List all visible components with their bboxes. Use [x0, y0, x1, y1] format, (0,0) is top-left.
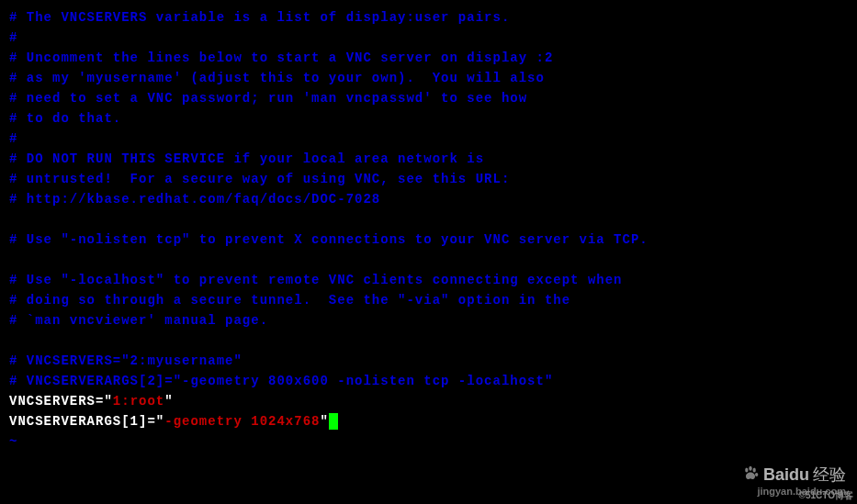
config-quote: ": [164, 394, 173, 409]
svg-point-2: [752, 468, 755, 473]
svg-point-0: [745, 468, 748, 473]
comment-line: # `man vncviewer' manual page.: [9, 310, 848, 330]
watermark-brand: Baidu: [763, 465, 809, 485]
comment-line: # Use "-nolisten tcp" to prevent X conne…: [9, 230, 848, 250]
comment-line: # The VNCSERVERS variable is a list of d…: [9, 7, 848, 28]
blank-line: [9, 330, 848, 351]
svg-point-1: [749, 466, 751, 471]
comment-line: # doing so through a secure tunnel. See …: [9, 290, 848, 310]
watermark-label: 经验: [813, 464, 846, 486]
comment-line: # VNCSERVERS="2:myusername": [9, 351, 848, 371]
blank-line: [9, 250, 848, 270]
comment-line: # VNCSERVERARGS[2]="-geometry 800x600 -n…: [9, 371, 848, 391]
comment-line: #: [9, 28, 848, 48]
svg-point-3: [755, 473, 758, 476]
config-key: VNCSERVERARGS[1]=": [9, 414, 164, 429]
terminal-editor[interactable]: # The VNCSERVERS variable is a list of d…: [9, 7, 848, 452]
vi-empty-line-tilde: ~: [9, 431, 848, 452]
paw-icon: [741, 465, 760, 484]
config-value: 1:root: [113, 394, 164, 409]
comment-line: # as my 'myusername' (adjust this to you…: [9, 68, 848, 88]
comment-line: # DO NOT RUN THIS SERVICE if your local …: [9, 149, 848, 169]
cursor-icon: [329, 413, 338, 430]
config-value: -geometry 1024x768: [164, 414, 320, 429]
blank-line: [9, 209, 848, 230]
config-quote: ": [320, 414, 328, 429]
comment-line: # need to set a VNC password; run 'man v…: [9, 88, 848, 108]
comment-line: # http://kbase.redhat.com/faq/docs/DOC-7…: [9, 189, 848, 209]
config-vncserverargs: VNCSERVERARGS[1]="-geometry 1024x768": [9, 411, 848, 431]
comment-line: #: [9, 129, 848, 149]
comment-line: # Uncomment the lines below to start a V…: [9, 48, 848, 68]
comment-line: # Use "-localhost" to prevent remote VNC…: [9, 270, 848, 290]
config-vncservers: VNCSERVERS="1:root": [9, 391, 848, 411]
comment-line: # untrusted! For a secure way of using V…: [9, 169, 848, 189]
comment-line: # to do that.: [9, 108, 848, 129]
watermark-attribution: ©51CTO博客: [799, 489, 853, 502]
config-key: VNCSERVERS=": [9, 394, 113, 409]
